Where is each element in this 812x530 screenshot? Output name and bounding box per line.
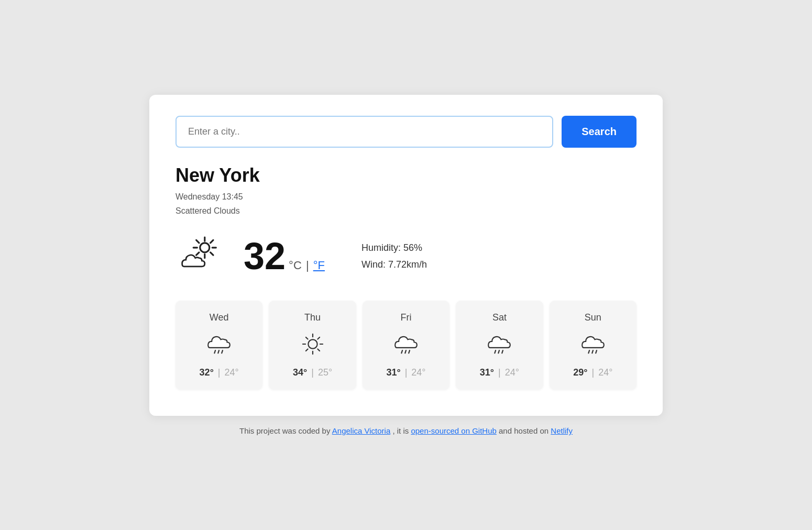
forecast-low: 25° [318,367,332,378]
svg-line-9 [215,350,216,353]
city-date-desc: Wednesday 13:45 Scattered Clouds [175,190,637,218]
city-search-input[interactable] [175,116,553,148]
svg-line-18 [317,349,320,351]
forecast-temps: 31° | 24° [480,367,519,378]
svg-line-25 [499,350,500,353]
svg-line-20 [306,349,308,351]
search-row: Search [175,116,637,148]
forecast-low: 24° [411,367,425,378]
forecast-high: 31° [480,367,494,378]
forecast-separator: | [311,367,314,378]
forecast-separator: | [591,367,594,378]
weather-main: 32 °C | °F Humidity: 56% Wind: 7.72km/h [175,233,637,280]
svg-line-5 [211,240,213,243]
forecast-high: 34° [293,367,307,378]
svg-line-19 [317,337,320,339]
forecast-icon-cloud-rain [392,330,420,360]
wind-label: Wind: [361,259,386,270]
forecast-card: Sun 29° | 24° [550,301,637,390]
svg-line-28 [592,350,593,353]
footer-author-link[interactable]: Angelica Victoria [332,426,390,435]
footer-text-after: and hosted on [499,426,551,435]
forecast-temps: 32° | 24° [200,367,239,378]
svg-line-21 [401,350,402,353]
humidity-line: Humidity: 56% [361,239,427,256]
forecast-high: 32° [200,367,214,378]
forecast-high: 31° [386,367,400,378]
forecast-card: Wed 32° | 24° [175,301,262,390]
humidity-label: Humidity: [361,242,401,253]
city-name: New York [175,164,637,186]
unit-separator: | [303,259,312,272]
temperature-units: °C | °F [289,259,325,272]
svg-line-24 [495,350,496,353]
humidity-value: 56% [403,242,422,253]
footer: This project was coded by Angelica Victo… [239,426,573,435]
forecast-day: Sat [492,312,507,323]
svg-line-22 [405,350,406,353]
svg-line-4 [196,240,199,243]
temperature-block: 32 °C | °F [244,237,325,275]
fahrenheit-toggle[interactable]: °F [313,259,325,272]
svg-line-11 [222,350,223,353]
footer-text-middle: , it is [392,426,411,435]
forecast-separator: | [218,367,221,378]
forecast-temps: 34° | 25° [293,367,332,378]
forecast-temps: 29° | 24° [573,367,612,378]
svg-line-7 [211,252,213,255]
svg-line-6 [196,252,199,255]
city-description: Scattered Clouds [175,206,240,215]
forecast-day: Wed [210,312,229,323]
forecast-low: 24° [598,367,612,378]
cloud-sun-icon [175,233,223,280]
forecast-separator: | [498,367,501,378]
temperature-value: 32 [244,237,286,275]
weather-details: Humidity: 56% Wind: 7.72km/h [361,239,427,273]
footer-netlify-link[interactable]: Netlify [551,426,573,435]
forecast-card: Fri 31° | 24° [363,301,449,390]
svg-line-26 [502,350,503,353]
forecast-low: 24° [225,367,239,378]
forecast-card: Sat 31° | 24° [456,301,543,390]
celsius-unit: °C [289,259,302,272]
forecast-icon-cloud-rain [205,330,233,360]
svg-point-8 [200,243,210,252]
forecast-icon-cloud-rain [486,330,513,360]
forecast-icon-cloud-rain [579,330,607,360]
svg-line-17 [306,337,308,339]
forecast-day: Fri [400,312,411,323]
forecast-day: Sun [585,312,601,323]
search-button[interactable]: Search [562,116,637,148]
forecast-day: Thu [304,312,321,323]
svg-line-27 [588,350,589,353]
weather-card: Search New York Wednesday 13:45 Scattere… [149,95,663,416]
svg-line-10 [218,350,219,353]
forecast-card: Thu 34° | 25° [269,301,356,390]
svg-point-12 [308,340,317,349]
forecast-low: 24° [505,367,519,378]
forecast-high: 29° [573,367,587,378]
forecast-row: Wed 32° | 24° Thu 34° [175,301,637,390]
city-date: Wednesday 13:45 [175,192,243,201]
footer-github-link[interactable]: open-sourced on GitHub [411,426,496,435]
footer-text-before: This project was coded by [239,426,332,435]
svg-line-29 [596,350,597,353]
svg-line-23 [409,350,410,353]
forecast-separator: | [405,367,408,378]
forecast-icon-sun [299,330,326,360]
wind-line: Wind: 7.72km/h [361,256,427,273]
wind-value: 7.72km/h [388,259,427,270]
forecast-temps: 31° | 24° [386,367,425,378]
